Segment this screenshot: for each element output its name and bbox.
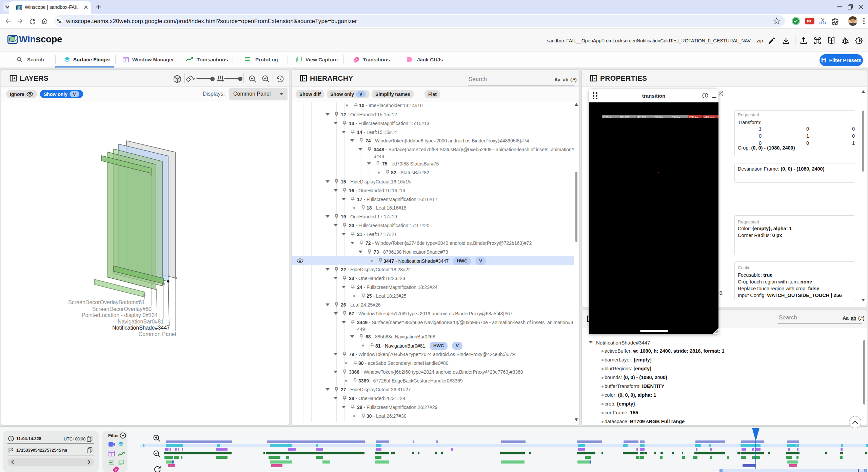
svg-text:PointerLocation - display 0#13: PointerLocation - display 0#134 (82, 312, 158, 318)
svg-text:NotificationShade#3447: NotificationShade#3447 (112, 325, 170, 331)
svg-text:ScreenDecorOverlay#60: ScreenDecorOverlay#60 (92, 306, 152, 312)
svg-text:Common Panel: Common Panel (139, 331, 176, 337)
svg-text:ScreenDecorOverlayBottom#61: ScreenDecorOverlayBottom#61 (68, 299, 145, 305)
svg-text:NavigationBar0#81: NavigationBar0#81 (118, 319, 164, 324)
